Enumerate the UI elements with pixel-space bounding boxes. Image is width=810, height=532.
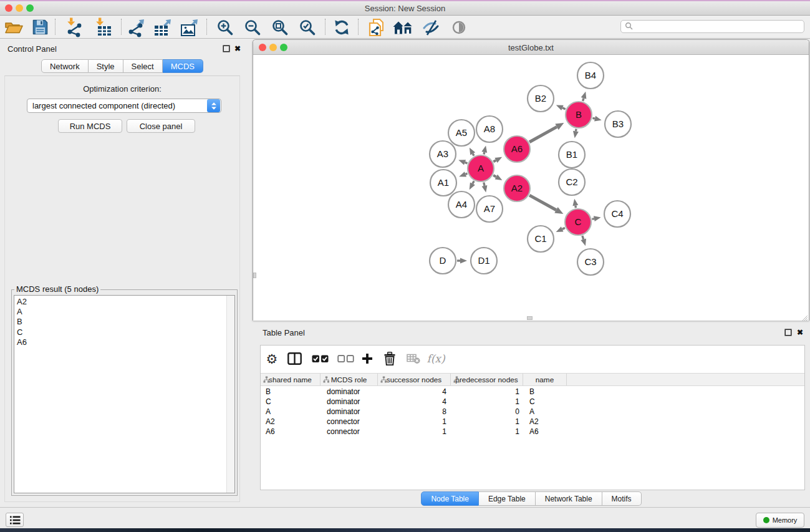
graph-node-A[interactable]: A — [468, 155, 494, 181]
column-visibility-icon[interactable] — [286, 350, 303, 367]
graph-edge-A-A6[interactable] — [493, 160, 496, 162]
graph-node-C4[interactable]: C4 — [604, 201, 630, 227]
graph-node-A1[interactable]: A1 — [430, 170, 456, 196]
graph-node-D[interactable]: D — [430, 248, 456, 274]
graph-edge-A-A8[interactable] — [484, 152, 485, 154]
graph-node-B1[interactable]: B1 — [559, 142, 585, 168]
graph-node-B3[interactable]: B3 — [605, 111, 631, 137]
graph-node-A6[interactable]: A6 — [504, 136, 530, 162]
zoom-in-icon[interactable] — [214, 17, 236, 37]
column-header-MCDS-role[interactable]: MCDS role — [321, 374, 378, 385]
column-header-predecessor-nodes[interactable]: predecessor nodes — [451, 374, 523, 385]
graph-edge-B-B1[interactable] — [576, 129, 576, 132]
zoom-out-icon[interactable] — [241, 17, 264, 37]
network-window-titlebar[interactable]: testGlobe.txt — [253, 40, 809, 55]
column-header-successor-nodes[interactable]: successor nodes — [378, 374, 451, 385]
graph-node-C1[interactable]: C1 — [528, 226, 554, 252]
export-network-icon[interactable] — [125, 17, 147, 37]
table-row[interactable]: A6connector11A6 — [261, 427, 804, 437]
export-table-icon[interactable] — [152, 17, 174, 37]
mcds-result-item[interactable]: A — [14, 307, 234, 317]
export-image-icon[interactable] — [178, 17, 201, 37]
network-horizontal-scrollbar[interactable] — [527, 316, 533, 320]
mcds-result-item[interactable]: B — [14, 317, 234, 327]
graph-node-A3[interactable]: A3 — [430, 141, 456, 167]
graph-edge-A6-B[interactable] — [529, 127, 557, 142]
graph-node-A8[interactable]: A8 — [476, 116, 503, 142]
table-tab-motifs[interactable]: Motifs — [602, 491, 642, 506]
deselect-all-rows-icon[interactable] — [337, 350, 354, 367]
graph-node-D1[interactable]: D1 — [471, 248, 497, 274]
tab-select[interactable]: Select — [123, 59, 163, 73]
save-session-icon[interactable] — [29, 17, 51, 37]
graph-edge-A-A1[interactable] — [466, 173, 468, 174]
zoom-selected-icon[interactable] — [296, 17, 319, 37]
table-row[interactable]: A2connector11A2 — [261, 417, 804, 427]
zoom-fit-icon[interactable] — [269, 17, 291, 37]
mcds-list-scrollbar[interactable] — [226, 296, 234, 493]
close-table-panel-icon[interactable]: ✖ — [796, 328, 804, 337]
float-panel-icon[interactable] — [222, 44, 231, 53]
table-row[interactable]: Bdominator41B — [261, 387, 804, 397]
table-tab-network-table[interactable]: Network Table — [536, 491, 602, 506]
import-network-icon[interactable] — [64, 17, 86, 37]
graph-edge-A-A2[interactable] — [493, 175, 496, 177]
graph-edge-C-C4[interactable] — [592, 219, 594, 220]
window-resize-grip[interactable] — [801, 312, 808, 320]
hide-selected-icon[interactable] — [420, 17, 442, 37]
new-network-from-selection-icon[interactable] — [365, 17, 388, 37]
import-table-icon[interactable] — [92, 17, 115, 37]
graph-node-B2[interactable]: B2 — [528, 85, 554, 112]
graph-edge-A-A5[interactable] — [473, 153, 474, 155]
graph-edge-B-B4[interactable] — [583, 98, 584, 101]
first-neighbors-icon[interactable] — [392, 17, 415, 37]
column-header-shared-name[interactable]: shared name — [261, 374, 321, 385]
graph-node-A5[interactable]: A5 — [448, 120, 475, 146]
optimization-criterion-select[interactable]: largest connected component (directed) — [27, 99, 221, 113]
settings-icon[interactable]: ⚙ — [263, 350, 281, 367]
search-box[interactable] — [620, 20, 804, 33]
float-table-panel-icon[interactable] — [784, 328, 793, 337]
graph-edge-B-B2[interactable] — [562, 108, 566, 109]
graph-node-A7[interactable]: A7 — [476, 196, 503, 222]
graph-node-C2[interactable]: C2 — [559, 169, 585, 195]
memory-button[interactable]: Memory — [756, 513, 804, 528]
run-mcds-button[interactable]: Run MCDS — [58, 119, 122, 133]
delete-column-icon[interactable] — [381, 350, 398, 367]
graph-edge-A2-C[interactable] — [529, 195, 556, 210]
graph-edge-B-B3[interactable] — [592, 118, 595, 118]
graph-edge-A-A3[interactable] — [465, 162, 468, 163]
graph-edge-A-A7[interactable] — [484, 183, 485, 186]
graph-edge-C-C1[interactable] — [562, 228, 565, 229]
graph-edge-C-C3[interactable] — [582, 236, 584, 239]
graph-edge-C-C2[interactable] — [576, 206, 576, 208]
graph-edge-A-A4[interactable] — [473, 181, 474, 183]
mcds-result-item[interactable]: A2 — [14, 297, 234, 307]
tab-style[interactable]: Style — [89, 59, 123, 73]
graph-node-B4[interactable]: B4 — [577, 62, 604, 89]
open-session-icon[interactable] — [2, 17, 25, 37]
table-tab-edge-table[interactable]: Edge Table — [479, 491, 536, 506]
refresh-icon[interactable] — [330, 17, 353, 37]
table-row[interactable]: Adominator80A — [261, 407, 804, 417]
graph-node-A2[interactable]: A2 — [504, 175, 530, 201]
graph-node-B[interactable]: B — [566, 102, 592, 128]
select-all-rows-icon[interactable] — [311, 350, 329, 367]
table-row[interactable]: Cdominator41C — [261, 397, 804, 407]
network-vertical-scrollbar[interactable] — [253, 273, 256, 278]
graph-node-A4[interactable]: A4 — [448, 191, 475, 218]
tab-network[interactable]: Network — [41, 59, 89, 73]
close-panel-button[interactable]: Close panel — [127, 119, 195, 133]
search-input[interactable] — [635, 21, 804, 32]
network-canvas[interactable]: B4B2BB3A5A8A6B1A3AC2A1A2A4A7C4CC1C3DD1 — [253, 56, 809, 321]
mcds-result-item[interactable]: A6 — [14, 337, 234, 347]
table-tab-node-table[interactable]: Node Table — [421, 491, 479, 506]
graph-node-C[interactable]: C — [565, 209, 591, 235]
graph-node-C3[interactable]: C3 — [577, 249, 604, 275]
close-panel-icon[interactable]: ✖ — [233, 44, 242, 53]
tab-mcds[interactable]: MCDS — [163, 59, 203, 73]
add-column-icon[interactable] — [359, 350, 376, 367]
column-header-name[interactable]: name — [523, 374, 567, 385]
mcds-result-item[interactable]: C — [14, 327, 234, 337]
panel-list-button[interactable] — [6, 513, 24, 527]
